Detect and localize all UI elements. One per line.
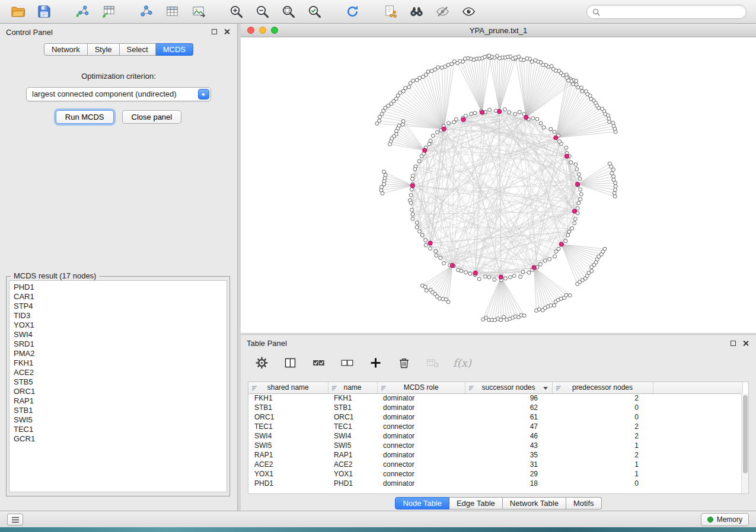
cell: ACE2 — [328, 460, 377, 469]
column-header-name[interactable]: name — [328, 382, 377, 393]
delete-column-button[interactable] — [396, 355, 412, 370]
cell: ACE2 — [248, 460, 328, 469]
cell-filler — [653, 441, 742, 450]
import-table-button[interactable] — [99, 3, 117, 21]
select-all-button[interactable] — [311, 355, 326, 370]
network-graph[interactable] — [241, 37, 756, 332]
cell: 0 — [552, 479, 653, 488]
tab-motifs[interactable]: Motifs — [566, 497, 602, 509]
new-network-button[interactable] — [137, 3, 155, 21]
export-image-button[interactable] — [189, 3, 207, 21]
mcds-result-item[interactable]: CAR1 — [14, 292, 227, 302]
new-table-button[interactable] — [163, 3, 181, 21]
cell: 1 — [552, 460, 653, 469]
show-columns-button[interactable] — [282, 355, 298, 370]
zoom-in-button[interactable] — [227, 3, 245, 21]
tab-style[interactable]: Style — [88, 43, 120, 56]
float-panel-icon[interactable] — [212, 29, 217, 34]
cell: connector — [377, 460, 465, 469]
table-panel: Table Panel f(x) shared namenameMCDS rol… — [241, 335, 756, 511]
mcds-result-item[interactable]: SWI4 — [14, 330, 227, 339]
cell: TEC1 — [248, 422, 328, 431]
mcds-result-item[interactable]: STB1 — [14, 406, 227, 415]
task-history-button[interactable] — [7, 514, 23, 525]
cell-filler — [653, 431, 742, 441]
mcds-result-item[interactable]: GCR1 — [14, 434, 227, 444]
memory-button[interactable]: Memory — [701, 513, 749, 526]
show-details-button[interactable] — [460, 3, 477, 21]
tab-network[interactable]: Network — [44, 43, 88, 56]
mcds-result-item[interactable]: TEC1 — [14, 425, 227, 434]
mcds-result-list[interactable]: PHD1CAR1STP4TID3YOX1SWI4SRD1PMA2FKH1ACE2… — [9, 280, 227, 492]
tab-network-table[interactable]: Network Table — [503, 497, 566, 509]
mcds-result-item[interactable]: TID3 — [14, 311, 227, 321]
apply-layout-button[interactable] — [343, 3, 361, 21]
float-table-panel-icon[interactable] — [731, 341, 736, 346]
column-header-predecessor-nodes[interactable]: predecessor nodes — [552, 382, 653, 393]
close-window-icon[interactable] — [247, 27, 254, 34]
list-icon — [11, 517, 20, 523]
table-row[interactable]: YOX1YOX1connector291 — [248, 469, 742, 479]
mcds-result-item[interactable]: PHD1 — [14, 283, 227, 292]
table-scrollbar-thumb[interactable] — [743, 395, 748, 473]
save-session-button[interactable] — [35, 3, 53, 21]
minimize-window-icon[interactable] — [259, 27, 266, 34]
deselect-all-icon — [340, 356, 354, 370]
mcds-result-item[interactable]: ACE2 — [14, 368, 227, 377]
table-scrollbar[interactable] — [741, 393, 748, 493]
column-type-icon — [251, 385, 257, 391]
cell: 1 — [552, 441, 653, 450]
zoom-fit-button[interactable] — [279, 3, 297, 21]
tab-select[interactable]: Select — [120, 43, 156, 56]
table-row[interactable]: ORC1ORC1dominator610 — [248, 412, 742, 422]
table-settings-button[interactable] — [254, 355, 269, 370]
run-mcds-button[interactable]: Run MCDS — [56, 110, 114, 124]
tab-mcds[interactable]: MCDS — [156, 43, 193, 56]
zoom-out-button[interactable] — [253, 3, 271, 21]
deselect-all-button[interactable] — [339, 355, 355, 370]
zoom-selected-button[interactable] — [305, 3, 323, 21]
table-row[interactable]: SWI5SWI5connector431 — [248, 441, 742, 450]
mcds-result-item[interactable]: ORC1 — [14, 387, 227, 396]
mcds-result-item[interactable]: PMA2 — [14, 349, 227, 358]
mcds-result-item[interactable]: SWI5 — [14, 415, 227, 425]
mcds-result-item[interactable]: STP4 — [14, 302, 227, 311]
column-header-successor-nodes[interactable]: successor nodes — [465, 382, 552, 393]
network-canvas[interactable] — [241, 37, 756, 332]
close-panel-button[interactable]: Close panel — [122, 110, 182, 124]
import-network-button[interactable] — [73, 3, 91, 21]
criterion-select[interactable]: largest connected component (undirected) — [26, 87, 211, 101]
zoom-window-icon[interactable] — [271, 27, 278, 34]
mcds-result-item[interactable]: RAP1 — [14, 396, 227, 406]
column-header-mcds-role[interactable]: MCDS role — [377, 382, 465, 393]
cell: FKH1 — [328, 393, 377, 403]
find-button[interactable] — [407, 3, 425, 21]
table-row[interactable]: ACE2ACE2connector311 — [248, 460, 742, 469]
hide-details-button[interactable] — [433, 3, 451, 21]
mcds-result-item[interactable]: YOX1 — [14, 321, 227, 330]
table-row[interactable]: FKH1FKH1dominator962 — [248, 393, 742, 403]
add-column-button[interactable] — [368, 355, 383, 370]
mcds-result-item[interactable]: STB5 — [14, 377, 227, 387]
close-table-panel-icon[interactable] — [742, 340, 749, 347]
cell: SWI5 — [248, 441, 328, 450]
search-input[interactable] — [604, 8, 741, 16]
table-row[interactable]: RAP1RAP1dominator352 — [248, 450, 742, 460]
table-row[interactable]: PHD1PHD1dominator180 — [248, 479, 742, 488]
open-file-button[interactable] — [9, 3, 27, 21]
copy-network-button[interactable] — [381, 3, 399, 21]
cell-filler — [653, 450, 742, 460]
tab-edge-table[interactable]: Edge Table — [449, 497, 503, 509]
column-header-shared-name[interactable]: shared name — [248, 382, 328, 393]
cell: connector — [377, 422, 465, 431]
search-icon — [592, 8, 600, 16]
tab-node-table[interactable]: Node Table — [395, 497, 449, 509]
mcds-result-item[interactable]: SRD1 — [14, 339, 227, 349]
cell: 31 — [465, 460, 552, 469]
close-panel-icon[interactable] — [224, 28, 230, 35]
table-row[interactable]: TEC1TEC1connector472 — [248, 422, 742, 431]
mcds-result-item[interactable]: FKH1 — [14, 358, 227, 368]
table-row[interactable]: SWI4SWI4dominator462 — [248, 431, 742, 441]
cell: 35 — [465, 450, 552, 460]
table-row[interactable]: STB1STB1dominator620 — [248, 403, 742, 412]
